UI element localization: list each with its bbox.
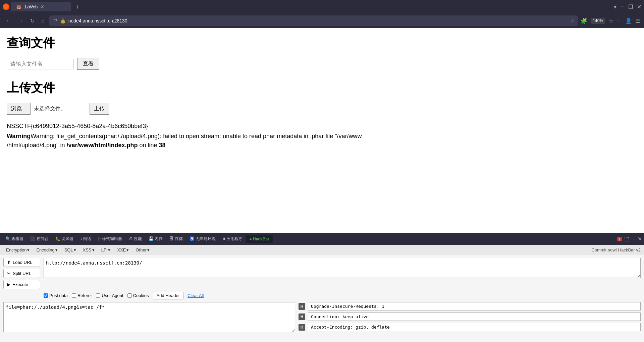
hackbar-menu-lfi[interactable]: LFI ▾ [99, 246, 113, 253]
firefox-logo [3, 3, 9, 10]
lock-icon: 🔒 [60, 18, 66, 23]
xxe-label: XXE [117, 247, 126, 252]
warning-content: Warning: file_get_contents(phar:/./uploa… [31, 133, 362, 139]
cookies-checkbox[interactable] [127, 293, 132, 298]
user-agent-label: User Agent [102, 293, 123, 298]
post-data-textarea[interactable]: file=phar:/./upload/4.png&s=tac /f* [3, 302, 295, 332]
dev-tool-application[interactable]: ⠿ 应用程序 [219, 235, 246, 243]
restore-icon[interactable]: ❒ [628, 4, 633, 10]
more-icon[interactable]: ··· [631, 236, 636, 242]
back-nav-icon[interactable]: ← [616, 18, 622, 24]
headers-panel: H H H [299, 302, 641, 332]
tab-list-icon[interactable]: ▾ [614, 4, 616, 10]
execute-label: Execute [12, 282, 28, 287]
dev-tool-accessibility[interactable]: ♿ 无障碍环境 [186, 235, 219, 243]
tab-favicon: 🦊 [16, 4, 21, 9]
header-input-1[interactable] [308, 302, 641, 310]
tab-bar-controls: ▾ ─ ❒ ✕ [614, 4, 641, 10]
close-devtools-icon[interactable]: ✕ [638, 236, 642, 242]
hackbar-menu-encryption[interactable]: Encryption ▾ [3, 246, 32, 253]
menu-icon[interactable]: ☰ [635, 18, 640, 24]
encoding-label: Encoding [36, 247, 54, 252]
user-agent-checkbox-group[interactable]: User Agent [96, 293, 123, 298]
warning-line2: /html/upload/4.png" in [7, 142, 67, 149]
url-textarea[interactable]: http://node4.anna.nssctf.cn:28130/ [44, 258, 641, 278]
other-label: Other [136, 247, 147, 252]
post-data-checkbox-group[interactable]: Post data [44, 293, 68, 298]
hackbar-version: Commit now! HackBar v2 [591, 247, 641, 252]
hackbar-menu-xss[interactable]: XSS ▾ [80, 246, 97, 253]
active-tab[interactable]: 🦊 1zWeb ✕ [11, 2, 71, 11]
add-header-button[interactable]: Add Header [153, 292, 183, 299]
hackbar-bottom-row: file=phar:/./upload/4.png&s=tac /f* H H … [3, 302, 641, 332]
minimize-icon[interactable]: ─ [621, 4, 624, 10]
header-row-2: H [299, 312, 641, 321]
tab-title: 1zWeb [24, 4, 38, 9]
browse-button[interactable]: 浏览... [7, 103, 31, 115]
warning-path: /var/www/html/index.php [67, 142, 138, 149]
cookies-checkbox-group[interactable]: Cookies [127, 293, 149, 298]
bookmark-star-icon[interactable]: ☆ [608, 18, 613, 24]
dev-tool-console[interactable]: ⬛ 控制台 [27, 235, 52, 243]
hackbar-menu-sql[interactable]: SQL ▾ [62, 246, 79, 253]
hackbar-body: ⬆ Load URL ✂ Split URL ▶ Execute http://… [0, 255, 644, 335]
dock-icon[interactable]: ⬚ [624, 236, 629, 242]
warning-label: Warning [7, 133, 31, 139]
upload-button[interactable]: 上传 [90, 103, 109, 115]
close-window-icon[interactable]: ✕ [637, 4, 641, 10]
warning-line-number: 38 [159, 142, 166, 149]
dev-tool-network[interactable]: ↕ 网络 [77, 235, 95, 243]
error-badge: 1 [617, 237, 622, 241]
query-button[interactable]: 查看 [77, 58, 99, 70]
new-tab-button[interactable]: ＋ [72, 3, 83, 11]
extensions-icon[interactable]: 🧩 [581, 18, 587, 24]
profile-icon[interactable]: 👤 [625, 18, 632, 24]
hackbar-panel: Encryption ▾ Encoding ▾ SQL ▾ XSS ▾ LFI … [0, 245, 644, 342]
upload-form: 浏览... 未选择文件。 上传 [7, 103, 637, 115]
xss-label: XSS [83, 247, 92, 252]
load-url-label: Load URL [13, 260, 33, 265]
bookmark-icon[interactable]: ☆ [570, 18, 575, 23]
tab-bar: 🦊 1zWeb ✕ ＋ ▾ ─ ❒ ✕ [0, 0, 644, 13]
query-section-title: 查询文件 [7, 35, 637, 51]
dev-tool-inspector[interactable]: 🔍 查看器 [2, 235, 27, 243]
post-data-label: Post data [49, 293, 68, 298]
execute-button[interactable]: ▶ Execute [3, 280, 40, 289]
query-input[interactable] [7, 59, 74, 69]
split-url-button[interactable]: ✂ Split URL [3, 269, 40, 278]
hackbar-menu-encoding[interactable]: Encoding ▾ [34, 246, 60, 253]
dev-toolbar: 🔍 查看器 ⬛ 控制台 🐛 调试器 ↕ 网络 {} 样式编辑器 ⏱ 性能 💾 内… [0, 233, 644, 245]
header-input-3[interactable] [308, 323, 641, 331]
dev-tool-debugger[interactable]: 🐛 调试器 [52, 235, 77, 243]
dev-tool-storage[interactable]: 🗄 存储 [166, 235, 186, 243]
security-icon: 🛡 [53, 18, 57, 23]
execute-icon: ▶ [7, 282, 10, 287]
dev-tool-performance[interactable]: ⏱ 性能 [125, 235, 145, 243]
home-button[interactable]: ⌂ [39, 16, 47, 25]
user-agent-checkbox[interactable] [96, 293, 100, 298]
split-url-icon: ✂ [7, 271, 11, 276]
dev-tool-style-editor[interactable]: {} 样式编辑器 [95, 235, 125, 243]
header-badge-3: H [299, 324, 305, 331]
warning-text: WarningWarning: file_get_contents(phar:/… [7, 132, 637, 150]
clear-all-button[interactable]: Clear All [187, 293, 204, 298]
referer-checkbox[interactable] [72, 293, 76, 298]
referer-checkbox-group[interactable]: Referer [72, 293, 92, 298]
hackbar-menu-xxe[interactable]: XXE ▾ [114, 246, 131, 253]
load-url-button[interactable]: ⬆ Load URL [3, 258, 40, 267]
forward-button[interactable]: → [16, 16, 25, 25]
reload-button[interactable]: ↻ [28, 16, 37, 25]
header-input-2[interactable] [308, 312, 641, 321]
dev-tool-memory[interactable]: 💾 内存 [145, 235, 166, 243]
dev-tool-hackbar[interactable]: ● HackBar [246, 235, 272, 243]
nav-bar-right: 🧩 140% ☆ ← 👤 ☰ [581, 18, 640, 24]
referer-label: Referer [77, 293, 92, 298]
warning-on-line: on line [138, 142, 159, 149]
back-button[interactable]: ← [4, 16, 13, 25]
post-data-checkbox[interactable] [44, 293, 48, 298]
tab-close-button[interactable]: ✕ [40, 4, 44, 9]
address-input[interactable] [68, 18, 568, 23]
cookies-label: Cookies [133, 293, 149, 298]
hackbar-menu-other[interactable]: Other ▾ [133, 246, 152, 253]
address-bar-wrapper: 🛡 🔒 ☆ [49, 15, 578, 26]
